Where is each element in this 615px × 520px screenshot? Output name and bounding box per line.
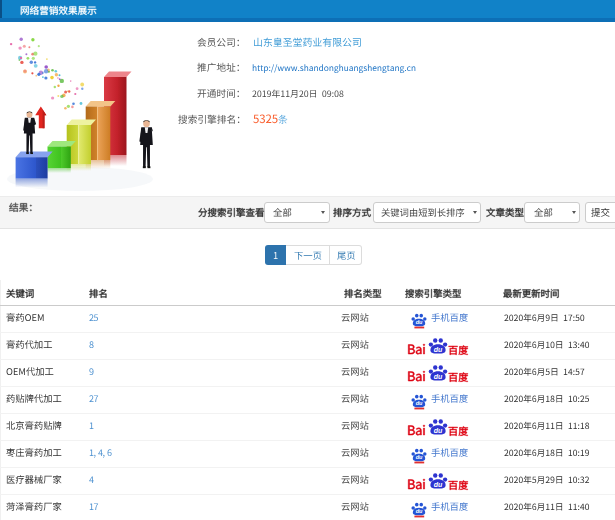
- svg-text:du: du: [434, 373, 443, 380]
- svg-text:du: du: [434, 427, 443, 434]
- svg-text:du: du: [434, 481, 443, 488]
- svg-text:du: du: [434, 346, 443, 353]
